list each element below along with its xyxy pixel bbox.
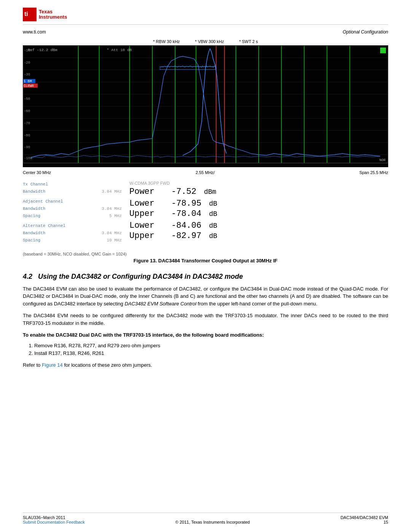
section-heading: 4.2 Using the DAC3482 or Configuring DAC… bbox=[23, 273, 388, 281]
swt-label: * SWT 2 s bbox=[239, 39, 258, 44]
alt-bw-label: Bandwidth bbox=[23, 230, 45, 237]
logo-line1: Texas bbox=[39, 9, 67, 14]
upper1-unit: dB bbox=[209, 210, 217, 218]
svg-text:* Att  10 dB: * Att 10 dB bbox=[107, 48, 132, 52]
power-value: -7.52 bbox=[171, 187, 196, 197]
lower2-label: Lower bbox=[129, 221, 164, 230]
chart-bottom-labels: Center 30 MHz 2.55 MHz/ Span 25.5 MHz bbox=[23, 170, 388, 175]
figure-note: (baseband = 30MHz, NCO disabled, QMC Gai… bbox=[23, 252, 388, 256]
svg-rect-40 bbox=[380, 48, 386, 53]
top-bar: www.ti.com Optional Configuration bbox=[23, 29, 388, 35]
span-label: Span 25.5 MHz bbox=[359, 170, 388, 175]
rbw-label: * RBW 30 kHz bbox=[153, 39, 180, 44]
lower2-row: Lower -84.06 dB bbox=[129, 221, 388, 230]
list-item-1: Remove R136, R278, R277, and R279 zero o… bbox=[34, 342, 388, 350]
lower1-label: Lower bbox=[129, 199, 164, 208]
svg-text:-20: -20 bbox=[24, 61, 30, 65]
svg-text:CLRWR: CLRWR bbox=[24, 84, 34, 88]
alt-bw-value: 3.84 MHz bbox=[102, 230, 122, 237]
refer-suffix: for locations of these zero ohm jumpers. bbox=[63, 362, 152, 368]
resolution-label: 2.55 MHz/ bbox=[196, 170, 215, 175]
svg-text:-90: -90 bbox=[24, 145, 30, 149]
upper2-label: Upper bbox=[129, 231, 164, 241]
footer-center: © 2011, Texas Instruments Incorporated bbox=[175, 520, 250, 524]
svg-text:-80: -80 bbox=[24, 134, 30, 137]
svg-text:-50: -50 bbox=[24, 97, 30, 101]
svg-text:-30: -30 bbox=[24, 73, 30, 77]
svg-text:Ref -12.2 dBm: Ref -12.2 dBm bbox=[28, 48, 57, 52]
adj-channel-label: Adjacent Channel bbox=[23, 198, 122, 205]
alt-sp-label: Spacing bbox=[23, 237, 40, 244]
section-title: Optional Configuration bbox=[343, 29, 388, 35]
tx-bw-value: 3.84 MHz bbox=[102, 188, 122, 195]
list-item-2: Install R137, R138, R246, R261 bbox=[34, 350, 388, 358]
header: ti Texas Instruments bbox=[23, 8, 388, 25]
lower1-row: Lower -78.95 dB bbox=[129, 199, 388, 208]
power-row: Power -7.52 dBm bbox=[129, 187, 388, 197]
figure14-link[interactable]: Figure 14 bbox=[42, 362, 63, 368]
chart-top-labels: * RBW 30 kHz * VBW 300 kHz * SWT 2 s bbox=[23, 39, 388, 44]
product-label: DAC3484/DAC3482 EVM bbox=[341, 515, 388, 520]
svg-text:NOR: NOR bbox=[379, 158, 386, 162]
logo-text: Texas Instruments bbox=[39, 9, 67, 20]
spectrum-chart: -10 -20 -30 -40 -50 -60 -70 -80 -90 -100 bbox=[23, 45, 388, 167]
center-label: Center 30 MHz bbox=[23, 170, 51, 175]
lower1-value: -78.95 bbox=[171, 199, 201, 208]
logo-area: ti Texas Instruments bbox=[23, 8, 67, 21]
page: ti Texas Instruments www.ti.com Optional… bbox=[0, 0, 411, 532]
upper1-row: Upper -78.04 dB bbox=[129, 209, 388, 219]
numbered-list: Remove R136, R278, R277, and R279 zero o… bbox=[34, 342, 388, 358]
upper2-row: Upper -82.97 dB bbox=[129, 231, 388, 241]
power-measurements: W-CDMA 3GPP FWD Power -7.52 dBm Lower -7… bbox=[122, 181, 388, 247]
refer-text: Refer to bbox=[23, 362, 40, 368]
power-label: Power bbox=[129, 187, 164, 197]
bold-para: To enable the DAC3482 Dual DAC with the … bbox=[23, 331, 388, 339]
page-number: 15 bbox=[341, 520, 388, 524]
lower1-unit: dB bbox=[209, 200, 217, 208]
vbw-label: * VBW 300 kHz bbox=[195, 39, 224, 44]
lower2-unit: dB bbox=[209, 222, 217, 230]
alt-sp-value: 10 MHz bbox=[107, 237, 122, 244]
footer-right: DAC3484/DAC3482 EVM 15 bbox=[341, 515, 388, 524]
measurements-section: Tx Channel Bandwidth 3.84 MHz Adjacent C… bbox=[23, 181, 388, 247]
figure-caption: Figure 13. DAC3484 Transformer Coupled O… bbox=[23, 258, 388, 264]
svg-text:1 BM: 1 BM bbox=[24, 80, 32, 83]
logo-ti: ti Texas Instruments bbox=[23, 8, 67, 21]
footer-left: SLAU336−March 2011 Submit Documentation … bbox=[23, 515, 85, 524]
upper2-value: -82.97 bbox=[171, 231, 201, 241]
body-para2: The DAC3484 EVM needs to be configured d… bbox=[23, 312, 388, 327]
feedback-link[interactable]: Submit Documentation Feedback bbox=[23, 520, 85, 524]
refer-line: Refer to Figure 14 for locations of thes… bbox=[23, 362, 388, 368]
svg-text:-60: -60 bbox=[24, 109, 30, 113]
upper2-unit: dB bbox=[209, 232, 217, 240]
adj-sp-value: 5 MHz bbox=[109, 212, 122, 220]
section-number: 4.2 bbox=[23, 273, 32, 280]
channel-params: Tx Channel Bandwidth 3.84 MHz Adjacent C… bbox=[23, 181, 122, 247]
tx-channel-label: Tx Channel bbox=[23, 181, 122, 188]
svg-text:-70: -70 bbox=[24, 121, 30, 125]
lower2-value: -84.06 bbox=[171, 221, 201, 230]
url-label: www.ti.com bbox=[23, 29, 46, 35]
body-para1: The DAC3484 EVM can also be used to eval… bbox=[23, 285, 388, 308]
adj-sp-label: Spacing bbox=[23, 212, 40, 220]
italic1: DAC3482 EVM Software Control bbox=[124, 301, 196, 307]
alt-channel-label: Alternate Channel bbox=[23, 222, 122, 230]
standard-label: W-CDMA 3GPP FWD bbox=[129, 181, 388, 185]
adj-bw-value: 3.84 MHz bbox=[102, 205, 122, 212]
ti-logo-icon: ti bbox=[23, 8, 37, 21]
copyright: © 2011, Texas Instruments Incorporated bbox=[175, 520, 250, 524]
adj-bw-label: Bandwidth bbox=[23, 205, 45, 212]
upper1-value: -78.04 bbox=[171, 209, 201, 219]
power-unit: dBm bbox=[204, 188, 216, 196]
section-title: Using the DAC3482 or Configuring DAC3484… bbox=[38, 273, 243, 280]
upper1-label: Upper bbox=[129, 209, 164, 219]
tx-bw-label: Bandwidth bbox=[23, 188, 45, 195]
footer: SLAU336−March 2011 Submit Documentation … bbox=[23, 513, 388, 524]
logo-line2: Instruments bbox=[39, 14, 67, 20]
doc-number: SLAU336−March 2011 bbox=[23, 515, 85, 520]
svg-text:ti: ti bbox=[24, 11, 28, 17]
